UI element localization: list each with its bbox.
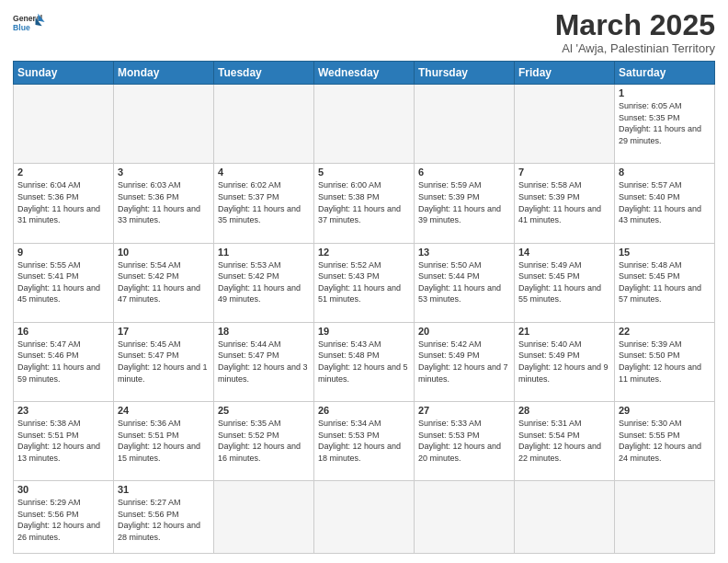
- day-info: Sunrise: 5:43 AM Sunset: 5:48 PM Dayligh…: [318, 339, 410, 385]
- calendar-day-cell: 29Sunrise: 5:30 AM Sunset: 5:55 PM Dayli…: [615, 401, 715, 480]
- day-number: 5: [318, 167, 410, 178]
- logo: GeneralBlue: [13, 9, 46, 35]
- day-info: Sunrise: 5:49 AM Sunset: 5:45 PM Dayligh…: [518, 259, 610, 305]
- month-title: March 2025: [555, 9, 715, 41]
- day-info: Sunrise: 6:05 AM Sunset: 5:35 PM Dayligh…: [619, 100, 711, 146]
- header-wednesday: Wednesday: [314, 62, 415, 85]
- calendar-day-cell: 20Sunrise: 5:42 AM Sunset: 5:49 PM Dayli…: [415, 322, 515, 401]
- calendar-day-cell: 10Sunrise: 5:54 AM Sunset: 5:42 PM Dayli…: [114, 243, 214, 322]
- day-number: 12: [318, 247, 410, 258]
- day-number: 2: [17, 167, 109, 178]
- header-friday: Friday: [515, 62, 615, 85]
- day-number: 17: [118, 326, 210, 337]
- calendar-week-row: 30Sunrise: 5:29 AM Sunset: 5:56 PM Dayli…: [14, 481, 715, 554]
- calendar-day-cell: 8Sunrise: 5:57 AM Sunset: 5:40 PM Daylig…: [615, 164, 715, 243]
- calendar-day-cell: 2Sunrise: 6:04 AM Sunset: 5:36 PM Daylig…: [14, 164, 114, 243]
- calendar-week-row: 2Sunrise: 6:04 AM Sunset: 5:36 PM Daylig…: [14, 164, 715, 243]
- day-info: Sunrise: 5:35 AM Sunset: 5:52 PM Dayligh…: [218, 418, 310, 464]
- day-info: Sunrise: 5:33 AM Sunset: 5:53 PM Dayligh…: [418, 418, 510, 464]
- day-number: 25: [218, 405, 310, 416]
- header-monday: Monday: [114, 62, 214, 85]
- calendar-day-cell: [415, 481, 515, 554]
- calendar-week-row: 1Sunrise: 6:05 AM Sunset: 5:35 PM Daylig…: [14, 85, 715, 164]
- calendar-day-cell: 18Sunrise: 5:44 AM Sunset: 5:47 PM Dayli…: [214, 322, 314, 401]
- calendar-day-cell: 28Sunrise: 5:31 AM Sunset: 5:54 PM Dayli…: [515, 401, 615, 480]
- calendar-day-cell: 24Sunrise: 5:36 AM Sunset: 5:51 PM Dayli…: [114, 401, 214, 480]
- calendar-day-cell: 11Sunrise: 5:53 AM Sunset: 5:42 PM Dayli…: [214, 243, 314, 322]
- calendar-week-row: 23Sunrise: 5:38 AM Sunset: 5:51 PM Dayli…: [14, 401, 715, 480]
- calendar-day-cell: 4Sunrise: 6:02 AM Sunset: 5:37 PM Daylig…: [214, 164, 314, 243]
- calendar-day-cell: [415, 85, 515, 164]
- calendar-day-cell: 7Sunrise: 5:58 AM Sunset: 5:39 PM Daylig…: [515, 164, 615, 243]
- day-info: Sunrise: 5:50 AM Sunset: 5:44 PM Dayligh…: [418, 259, 510, 305]
- day-number: 24: [118, 405, 210, 416]
- day-number: 8: [619, 167, 711, 178]
- day-number: 23: [17, 405, 109, 416]
- day-info: Sunrise: 5:30 AM Sunset: 5:55 PM Dayligh…: [619, 418, 711, 464]
- calendar-day-cell: 17Sunrise: 5:45 AM Sunset: 5:47 PM Dayli…: [114, 322, 214, 401]
- calendar-day-cell: [314, 481, 415, 554]
- calendar-day-cell: [314, 85, 415, 164]
- calendar-day-cell: 9Sunrise: 5:55 AM Sunset: 5:41 PM Daylig…: [14, 243, 114, 322]
- day-info: Sunrise: 5:45 AM Sunset: 5:47 PM Dayligh…: [118, 339, 210, 385]
- calendar-day-cell: 1Sunrise: 6:05 AM Sunset: 5:35 PM Daylig…: [615, 85, 715, 164]
- header: GeneralBlue March 2025 Al 'Awja, Palesti…: [13, 9, 715, 55]
- day-info: Sunrise: 6:02 AM Sunset: 5:37 PM Dayligh…: [218, 179, 310, 225]
- day-info: Sunrise: 5:40 AM Sunset: 5:49 PM Dayligh…: [518, 339, 610, 385]
- calendar-day-cell: 6Sunrise: 5:59 AM Sunset: 5:39 PM Daylig…: [415, 164, 515, 243]
- calendar-day-cell: [14, 85, 114, 164]
- calendar-day-cell: 22Sunrise: 5:39 AM Sunset: 5:50 PM Dayli…: [615, 322, 715, 401]
- day-info: Sunrise: 5:54 AM Sunset: 5:42 PM Dayligh…: [118, 259, 210, 305]
- header-tuesday: Tuesday: [214, 62, 314, 85]
- day-info: Sunrise: 5:55 AM Sunset: 5:41 PM Dayligh…: [17, 259, 109, 305]
- svg-text:Blue: Blue: [13, 23, 30, 32]
- logo-icon: GeneralBlue: [13, 9, 46, 35]
- day-info: Sunrise: 6:00 AM Sunset: 5:38 PM Dayligh…: [318, 179, 410, 225]
- day-info: Sunrise: 5:59 AM Sunset: 5:39 PM Dayligh…: [418, 179, 510, 225]
- day-info: Sunrise: 5:52 AM Sunset: 5:43 PM Dayligh…: [318, 259, 410, 305]
- calendar-day-cell: 30Sunrise: 5:29 AM Sunset: 5:56 PM Dayli…: [14, 481, 114, 554]
- calendar-day-cell: 15Sunrise: 5:48 AM Sunset: 5:45 PM Dayli…: [615, 243, 715, 322]
- day-number: 30: [17, 484, 109, 495]
- day-number: 9: [17, 247, 109, 258]
- day-number: 1: [619, 87, 711, 98]
- calendar-day-cell: 5Sunrise: 6:00 AM Sunset: 5:38 PM Daylig…: [314, 164, 415, 243]
- day-number: 15: [619, 247, 711, 258]
- day-info: Sunrise: 5:36 AM Sunset: 5:51 PM Dayligh…: [118, 418, 210, 464]
- day-info: Sunrise: 6:03 AM Sunset: 5:36 PM Dayligh…: [118, 179, 210, 225]
- day-info: Sunrise: 5:31 AM Sunset: 5:54 PM Dayligh…: [518, 418, 610, 464]
- day-number: 4: [218, 167, 310, 178]
- calendar-day-cell: 13Sunrise: 5:50 AM Sunset: 5:44 PM Dayli…: [415, 243, 515, 322]
- day-number: 3: [118, 167, 210, 178]
- calendar-day-cell: [214, 481, 314, 554]
- day-number: 14: [518, 247, 610, 258]
- day-number: 6: [418, 167, 510, 178]
- day-number: 10: [118, 247, 210, 258]
- day-number: 13: [418, 247, 510, 258]
- day-number: 31: [118, 484, 210, 495]
- calendar-day-cell: 31Sunrise: 5:27 AM Sunset: 5:56 PM Dayli…: [114, 481, 214, 554]
- day-info: Sunrise: 5:42 AM Sunset: 5:49 PM Dayligh…: [418, 339, 510, 385]
- calendar-header-row: Sunday Monday Tuesday Wednesday Thursday…: [14, 62, 715, 85]
- header-thursday: Thursday: [415, 62, 515, 85]
- day-number: 27: [418, 405, 510, 416]
- calendar-table: Sunday Monday Tuesday Wednesday Thursday…: [13, 61, 715, 554]
- calendar-day-cell: 16Sunrise: 5:47 AM Sunset: 5:46 PM Dayli…: [14, 322, 114, 401]
- calendar-day-cell: [515, 481, 615, 554]
- day-info: Sunrise: 5:34 AM Sunset: 5:53 PM Dayligh…: [318, 418, 410, 464]
- page: GeneralBlue March 2025 Al 'Awja, Palesti…: [0, 0, 728, 563]
- calendar-day-cell: 26Sunrise: 5:34 AM Sunset: 5:53 PM Dayli…: [314, 401, 415, 480]
- day-info: Sunrise: 5:29 AM Sunset: 5:56 PM Dayligh…: [17, 497, 109, 543]
- calendar-day-cell: [515, 85, 615, 164]
- calendar-day-cell: 14Sunrise: 5:49 AM Sunset: 5:45 PM Dayli…: [515, 243, 615, 322]
- day-info: Sunrise: 5:47 AM Sunset: 5:46 PM Dayligh…: [17, 339, 109, 385]
- day-info: Sunrise: 6:04 AM Sunset: 5:36 PM Dayligh…: [17, 179, 109, 225]
- day-number: 26: [318, 405, 410, 416]
- calendar-day-cell: 19Sunrise: 5:43 AM Sunset: 5:48 PM Dayli…: [314, 322, 415, 401]
- day-number: 21: [518, 326, 610, 337]
- day-number: 18: [218, 326, 310, 337]
- day-info: Sunrise: 5:27 AM Sunset: 5:56 PM Dayligh…: [118, 497, 210, 543]
- day-number: 19: [318, 326, 410, 337]
- day-info: Sunrise: 5:38 AM Sunset: 5:51 PM Dayligh…: [17, 418, 109, 464]
- header-saturday: Saturday: [615, 62, 715, 85]
